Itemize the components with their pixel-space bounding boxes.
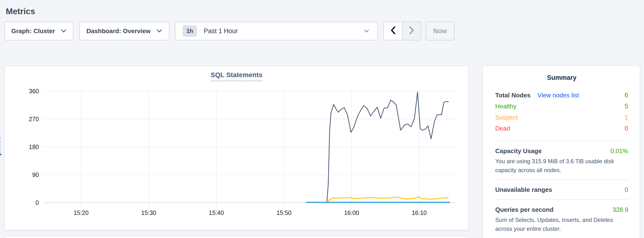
qps-label: Queries per second xyxy=(495,206,554,213)
summary-title: Summary xyxy=(495,74,628,81)
view-nodes-list-link[interactable]: View nodes list xyxy=(538,92,579,99)
qps-row: Queries per second 328.9 xyxy=(495,206,628,213)
healthy-nodes-row: Healthy 5 xyxy=(495,103,628,114)
unavailable-ranges-value: 0 xyxy=(625,186,628,193)
capacity-usage-value: 0.01% xyxy=(610,147,628,155)
previous-time-window-button[interactable] xyxy=(384,22,402,40)
total-nodes-value: 6 xyxy=(624,92,628,99)
capacity-usage-label: Capacity Usage xyxy=(495,147,542,155)
total-nodes-row: Total Nodes View nodes list 6 xyxy=(495,92,628,103)
dead-nodes-row: Dead 0 xyxy=(495,125,628,136)
qps-value: 328.9 xyxy=(612,206,628,213)
chart-title[interactable]: SQL Statements xyxy=(211,71,262,81)
chevron-down-icon xyxy=(364,29,369,33)
suspect-value: 1 xyxy=(624,114,628,121)
dashboard-dropdown-label: Dashboard: Overview xyxy=(86,27,150,35)
time-range-shortcut-badge: 1h xyxy=(182,25,197,37)
y-axis-label: queries xyxy=(0,123,2,171)
y-tick-label: 90 xyxy=(21,171,39,179)
divider xyxy=(495,179,628,180)
next-time-window-button[interactable] xyxy=(402,22,421,40)
x-tick-label: 16:10 xyxy=(402,209,436,217)
qps-description: Sum of Selects, Updates, Inserts, and De… xyxy=(495,215,628,233)
time-range-label: Past 1 Hour xyxy=(204,27,238,35)
summary-panel: Summary Total Nodes View nodes list 6 He… xyxy=(482,65,640,238)
y-tick-label: 270 xyxy=(21,115,39,123)
x-tick-label: 15:20 xyxy=(64,209,98,217)
dashboard-dropdown[interactable]: Dashboard: Overview xyxy=(79,22,170,40)
suspect-nodes-row: Suspect 1 xyxy=(495,114,628,125)
unavailable-ranges-label: Unavailable ranges xyxy=(495,186,552,193)
sql-statements-chart xyxy=(43,86,457,209)
x-tick-label: 15:30 xyxy=(132,209,166,217)
yellow-series xyxy=(306,197,448,202)
total-nodes-label: Total Nodes xyxy=(495,92,530,99)
capacity-usage-section: Capacity Usage 0.01% You are using 315.9… xyxy=(495,147,628,175)
unavailable-ranges-row: Unavailable ranges 0 xyxy=(495,186,628,193)
x-tick-label: 16:00 xyxy=(335,209,368,217)
capacity-usage-row: Capacity Usage 0.01% xyxy=(495,147,628,155)
x-tick-label: 15:50 xyxy=(267,209,301,217)
chevron-right-icon xyxy=(409,26,414,36)
qps-section: Queries per second 328.9 Sum of Selects,… xyxy=(495,206,628,233)
now-button[interactable]: Now xyxy=(426,22,454,40)
next-chart-panel xyxy=(4,236,469,238)
y-tick-label: 180 xyxy=(21,143,39,151)
metrics-page: Metrics Graph: Cluster Dashboard: Overvi… xyxy=(0,0,644,238)
divider xyxy=(495,199,628,200)
dead-value: 0 xyxy=(624,125,628,132)
capacity-usage-description: You are using 315.9 MiB of 3.6 TiB usabl… xyxy=(495,157,628,175)
page-title: Metrics xyxy=(6,7,35,16)
divider xyxy=(495,141,628,141)
chevron-down-icon xyxy=(156,29,162,33)
chevron-down-icon xyxy=(61,29,66,33)
chevron-left-icon xyxy=(390,26,396,36)
now-button-label: Now xyxy=(433,27,447,35)
y-tick-label: 0 xyxy=(21,199,39,206)
node-status-block: Total Nodes View nodes list 6 Healthy 5 … xyxy=(495,92,628,136)
time-window-pager xyxy=(384,22,421,40)
dead-label: Dead xyxy=(495,125,510,132)
graph-dropdown[interactable]: Graph: Cluster xyxy=(4,22,74,40)
time-range-selector[interactable]: 1h Past 1 Hour xyxy=(175,22,378,40)
healthy-label: Healthy xyxy=(495,103,516,110)
unavailable-ranges-section: Unavailable ranges 0 xyxy=(495,186,628,193)
x-tick-label: 15:40 xyxy=(200,209,233,217)
chart-title-row: SQL Statements xyxy=(4,71,469,81)
healthy-value: 5 xyxy=(624,103,628,110)
y-tick-label: 360 xyxy=(21,87,39,95)
suspect-label: Suspect xyxy=(495,114,518,121)
graph-dropdown-label: Graph: Cluster xyxy=(11,27,55,35)
